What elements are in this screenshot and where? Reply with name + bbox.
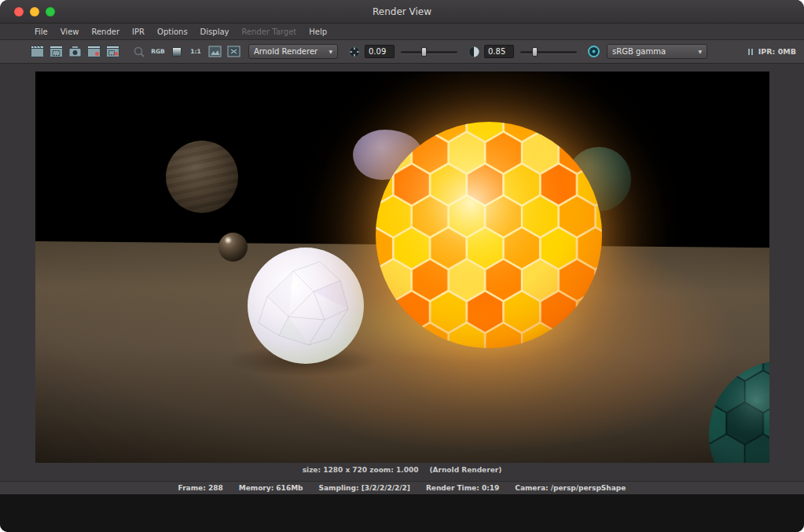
maximize-button[interactable]: [46, 7, 55, 17]
render-viewport-panel: size: 1280 x 720 zoom: 1.000 (Arnold Ren…: [0, 64, 804, 481]
status-camera: Camera: /persp/perspShape: [515, 484, 626, 492]
window-controls: [14, 7, 55, 17]
renderer-dropdown[interactable]: Arnold Renderer ▼: [248, 44, 338, 59]
exposure-slider-track: [401, 51, 457, 53]
menu-render[interactable]: Render: [85, 28, 126, 36]
menubar: File View Render IPR Options Display Ren…: [0, 24, 804, 40]
window-bottom-area: [0, 494, 804, 532]
colorspace-dropdown[interactable]: sRGB gamma ▼: [607, 44, 707, 59]
titlebar[interactable]: Render View: [0, 0, 804, 24]
zoom-tool-icon[interactable]: [130, 44, 148, 60]
gamma-field[interactable]: [484, 45, 514, 58]
brown-sphere: [166, 141, 238, 213]
menu-options[interactable]: Options: [151, 28, 194, 36]
chevron-down-icon: ▼: [692, 49, 702, 54]
rendered-image[interactable]: [35, 72, 769, 463]
status-memory: Memory: 616Mb: [239, 484, 303, 492]
exposure-slider[interactable]: [401, 46, 457, 58]
rgb-channels-icon[interactable]: RGB: [149, 44, 167, 60]
image-info-line: size: 1280 x 720 zoom: 1.000 (Arnold Ren…: [303, 463, 502, 477]
remove-image-icon[interactable]: [225, 44, 242, 60]
ipr-render-region-icon[interactable]: [104, 44, 121, 60]
status-sampling: Sampling: [3/2/2/2/2/2]: [319, 484, 410, 492]
window-title: Render View: [373, 6, 431, 17]
keep-image-icon[interactable]: [206, 44, 223, 60]
gamma-slider[interactable]: [520, 46, 577, 58]
exposure-slider-handle[interactable]: [421, 47, 427, 57]
gamma-contrast-icon[interactable]: [465, 44, 483, 60]
small-brown-sphere: [218, 233, 248, 262]
renderer-name-text: (Arnold Renderer): [429, 466, 501, 474]
teal-geodesic-sphere: [708, 360, 769, 463]
ipr-render-icon[interactable]: [85, 44, 102, 60]
ipr-memory-label: IPR: 0MB: [758, 47, 796, 56]
redo-render-icon[interactable]: [28, 44, 46, 60]
statusbar: Frame: 288 Memory: 616Mb Sampling: [3/2/…: [0, 481, 804, 494]
menu-view[interactable]: View: [54, 28, 86, 36]
menu-ipr[interactable]: IPR: [126, 28, 151, 36]
render-view-window: Render View File View Render IPR Options…: [0, 0, 804, 532]
menu-file[interactable]: File: [28, 28, 54, 36]
honeycomb-sun-sphere: [375, 121, 603, 349]
colorspace-icon[interactable]: [585, 44, 602, 60]
snapshot-icon[interactable]: [66, 44, 83, 60]
menu-render-target: Render Target: [235, 28, 303, 36]
one-to-one-icon[interactable]: 1:1: [187, 44, 204, 60]
chevron-down-icon: ▼: [322, 49, 332, 54]
menu-display[interactable]: Display: [194, 28, 236, 36]
alpha-swatch: [172, 47, 182, 57]
renderer-dropdown-label: Arnold Renderer: [254, 47, 318, 56]
colorspace-dropdown-label: sRGB gamma: [612, 47, 666, 56]
gamma-slider-handle[interactable]: [532, 47, 538, 57]
gamma-slider-track: [520, 51, 577, 53]
exposure-field[interactable]: [365, 45, 395, 58]
status-render-time: Render Time: 0:19: [426, 484, 499, 492]
menu-help[interactable]: Help: [303, 28, 333, 36]
close-button[interactable]: [14, 7, 24, 17]
size-zoom-text: size: 1280 x 720 zoom: 1.000: [303, 466, 419, 474]
minimize-button[interactable]: [30, 7, 39, 17]
status-frame: Frame: 288: [178, 484, 223, 492]
alpha-channel-icon[interactable]: [168, 44, 185, 60]
toolbar: RGB 1:1 Arnold Renderer ▼: [0, 40, 804, 64]
redo-render-region-icon[interactable]: [47, 44, 64, 60]
exposure-icon[interactable]: [346, 44, 363, 60]
ipr-pause-icon[interactable]: [748, 49, 753, 55]
